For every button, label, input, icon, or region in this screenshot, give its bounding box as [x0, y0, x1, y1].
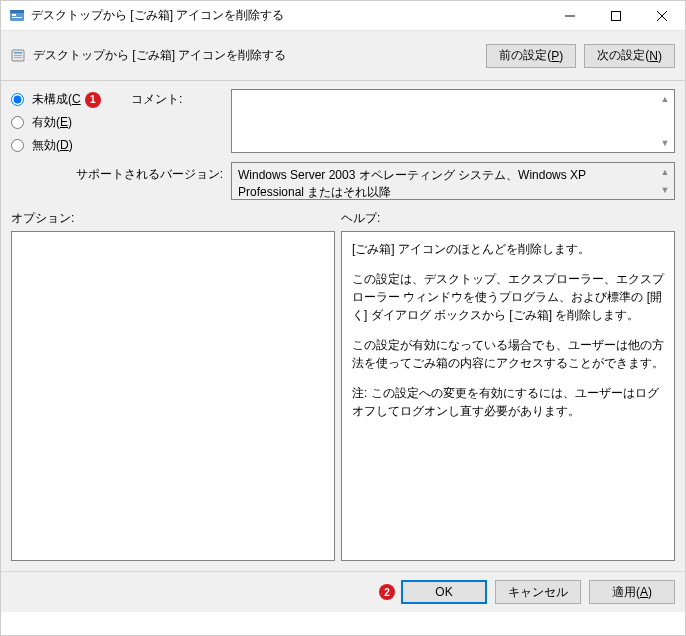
r-nc-pre: 未構成( [32, 92, 72, 106]
radio-enabled[interactable]: 有効(E) [11, 114, 131, 131]
comment-label: コメント: [131, 91, 231, 108]
minimize-button[interactable] [547, 1, 593, 30]
radio-disabled[interactable]: 無効(D) [11, 137, 131, 154]
help-paragraph: この設定は、デスクトップ、エクスプローラー、エクスプローラー ウィンドウを使うプ… [352, 270, 664, 324]
r-dis-post: ) [69, 138, 73, 152]
policy-title: デスクトップから [ごみ箱] アイコンを削除する [33, 47, 478, 64]
radio-not-configured-input[interactable] [11, 93, 24, 106]
annotation-badge-1: 1 [85, 92, 101, 108]
next-setting-button[interactable]: 次の設定(N) [584, 44, 675, 68]
apply-label-pre: 適用( [612, 584, 640, 601]
comment-textarea[interactable]: ▲ ▼ [231, 89, 675, 153]
supported-value: Windows Server 2003 オペレーティング システム、Window… [238, 168, 586, 199]
panels: [ごみ箱] アイコンのほとんどを削除します。 この設定は、デスクトップ、エクスプ… [1, 231, 685, 571]
svg-rect-2 [12, 14, 16, 16]
radio-group: 未構成(C 1 有効(E) 無効(D) [11, 89, 131, 154]
policy-icon [11, 48, 27, 64]
cancel-button[interactable]: キャンセル [495, 580, 581, 604]
options-label: オプション: [11, 210, 341, 227]
r-dis-pre: 無効( [32, 138, 60, 152]
options-panel [11, 231, 335, 561]
svg-rect-5 [612, 11, 621, 20]
radio-enabled-input[interactable] [11, 116, 24, 129]
r-en-post: ) [68, 115, 72, 129]
apply-label-post: ) [648, 585, 652, 599]
help-paragraph: 注: この設定への変更を有効にするには、ユーザーはログオフしてログオンし直す必要… [352, 384, 664, 420]
next-label-pre: 次の設定( [597, 47, 649, 64]
next-label-key: N [649, 49, 658, 63]
config-area: 未構成(C 1 有効(E) 無効(D) コメント: ▲ ▼ サポートされるバージ… [1, 81, 685, 206]
svg-rect-3 [12, 17, 22, 18]
apply-label-key: A [640, 585, 648, 599]
title-bar: デスクトップから [ごみ箱] アイコンを削除する [1, 1, 685, 31]
cancel-label: キャンセル [508, 584, 568, 601]
scroll-up-icon[interactable]: ▲ [657, 164, 673, 180]
svg-rect-1 [10, 10, 24, 13]
svg-rect-11 [14, 57, 22, 58]
scroll-up-icon[interactable]: ▲ [657, 91, 673, 107]
r-en-pre: 有効( [32, 115, 60, 129]
maximize-button[interactable] [593, 1, 639, 30]
prev-label-post: ) [559, 49, 563, 63]
close-button[interactable] [639, 1, 685, 30]
supported-label: サポートされるバージョン: [11, 162, 231, 200]
ok-button[interactable]: OK [401, 580, 487, 604]
prev-label-key: P [551, 49, 559, 63]
policy-app-icon [9, 8, 25, 24]
r-en-key: E [60, 115, 68, 129]
svg-rect-10 [14, 55, 22, 56]
toolbar: デスクトップから [ごみ箱] アイコンを削除する 前の設定(P) 次の設定(N) [1, 31, 685, 81]
help-paragraph: この設定が有効になっている場合でも、ユーザーは他の方法を使ってごみ箱の内容にアク… [352, 336, 664, 372]
radio-disabled-input[interactable] [11, 139, 24, 152]
apply-button[interactable]: 適用(A) [589, 580, 675, 604]
r-nc-key: C [72, 92, 81, 106]
supported-versions-box: Windows Server 2003 オペレーティング システム、Window… [231, 162, 675, 200]
help-panel: [ごみ箱] アイコンのほとんどを削除します。 この設定は、デスクトップ、エクスプ… [341, 231, 675, 561]
window-title: デスクトップから [ごみ箱] アイコンを削除する [31, 7, 547, 24]
button-bar: 2 OK キャンセル 適用(A) [1, 571, 685, 612]
annotation-badge-2: 2 [379, 584, 395, 600]
window-controls [547, 1, 685, 30]
scroll-down-icon[interactable]: ▼ [657, 135, 673, 151]
svg-rect-9 [14, 52, 22, 54]
r-dis-key: D [60, 138, 69, 152]
next-label-post: ) [658, 49, 662, 63]
help-paragraph: [ごみ箱] アイコンのほとんどを削除します。 [352, 240, 664, 258]
radio-not-configured[interactable]: 未構成(C 1 [11, 91, 131, 108]
previous-setting-button[interactable]: 前の設定(P) [486, 44, 576, 68]
scroll-down-icon[interactable]: ▼ [657, 182, 673, 198]
section-labels: オプション: ヘルプ: [1, 206, 685, 231]
ok-label: OK [435, 585, 452, 599]
help-label: ヘルプ: [341, 210, 675, 227]
prev-label-pre: 前の設定( [499, 47, 551, 64]
